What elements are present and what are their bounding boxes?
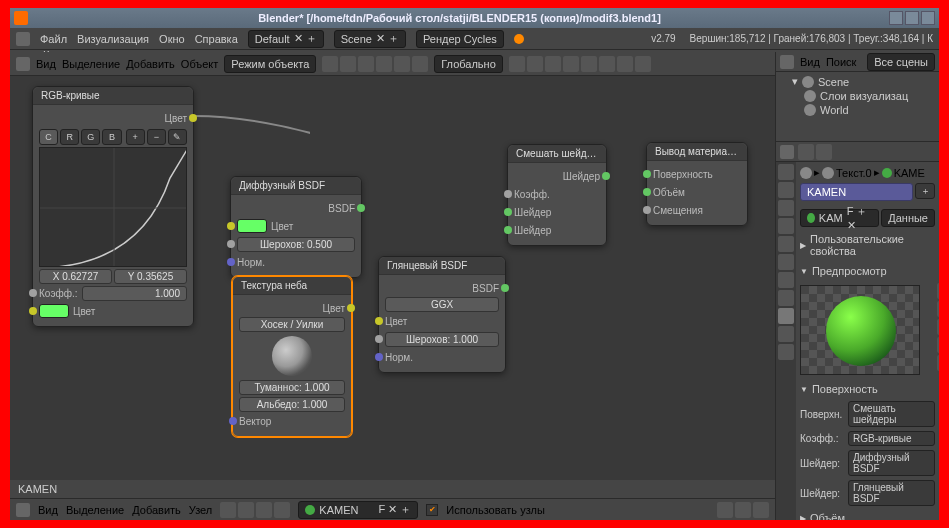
socket-out-bsdf[interactable] [501,284,509,292]
outliner-world[interactable]: World [780,103,935,117]
node-editor[interactable]: RGB-кривые Цвет C R G B + − ✎ [10,76,775,480]
panel-preview[interactable]: Предпросмотр [800,263,935,279]
menu-help[interactable]: Справка [195,33,238,45]
use-nodes-label: Использовать узлы [446,504,545,516]
node-editor-icon[interactable] [16,57,30,71]
tools-icon[interactable]: ✎ [168,129,187,145]
sky-model-select[interactable]: Хосек / Уилки [239,317,345,332]
zoom-out-icon[interactable]: − [147,129,166,145]
breadcrumb: ▸ Текст.0▸ KAME [800,166,935,179]
socket-out-color[interactable] [189,114,197,122]
material-browse[interactable]: KAMF ＋ ✕ [800,209,879,227]
version-label: v2.79 [651,33,675,44]
socket-in-color[interactable] [227,222,235,230]
panel-custom-props[interactable]: Пользовательские свойства [800,231,935,259]
maximize-button[interactable] [905,11,919,25]
socket-in-fac[interactable] [29,289,37,297]
shader2-select[interactable]: Глянцевый BSDF [848,480,935,506]
color-swatch[interactable] [39,304,69,318]
socket-in-rough[interactable] [375,335,383,343]
node-title: RGB-кривые [33,87,193,105]
panel-volume[interactable]: Объём [800,510,935,520]
sun-direction-widget[interactable] [272,336,312,376]
properties-icon[interactable] [780,145,794,159]
scene-select[interactable]: Scene✕ ＋ [334,30,406,48]
minimize-button[interactable] [889,11,903,25]
engine-select[interactable]: Рендер Cycles [416,30,504,48]
curve-widget[interactable] [39,147,187,267]
bb-view[interactable]: Вид [38,504,58,516]
preview-type-buttons[interactable] [937,283,939,371]
socket-in-color[interactable] [29,307,37,315]
bb-node[interactable]: Узел [189,504,212,516]
bb-add[interactable]: Добавить [132,504,181,516]
outliner-view[interactable]: Вид [800,56,820,68]
header-view[interactable]: Вид [36,58,56,70]
socket-in-shader2[interactable] [504,226,512,234]
socket-in-vector[interactable] [229,417,237,425]
layout-select[interactable]: Default✕ ＋ [248,30,324,48]
close-button[interactable] [921,11,935,25]
socket-in-color[interactable] [375,317,383,325]
header-select[interactable]: Выделение [62,58,120,70]
outliner-mode[interactable]: Все сцены [867,53,935,71]
material-data-link[interactable]: Данные [881,209,935,227]
fac-input[interactable]: RGB-кривые [848,431,935,446]
material-slot[interactable]: KAMEN [800,183,913,201]
socket-in-normal[interactable] [227,258,235,266]
socket-in-rough[interactable] [227,240,235,248]
properties-tabs[interactable] [776,162,796,520]
curve-x[interactable]: X 0.62727 [39,269,112,284]
socket-in-fac[interactable] [504,190,512,198]
outliner-renderlayers[interactable]: Слои визуализац [780,89,935,103]
editor-type-icon[interactable] [16,503,30,517]
socket-in-disp[interactable] [643,206,651,214]
close-icon[interactable] [14,11,28,25]
panel-surface[interactable]: Поверхность [800,381,935,397]
socket-out-shader[interactable] [602,172,610,180]
use-nodes-checkbox[interactable]: ✔ [426,504,438,516]
props-header-icons[interactable] [798,144,832,160]
layer-buttons[interactable] [509,56,651,72]
curve-tab-r[interactable]: R [60,129,79,145]
material-tab-icon [778,308,794,324]
editor-type-icon[interactable] [16,32,30,46]
surface-shader-select[interactable]: Смешать шейдеры [848,401,935,427]
node-glossy-bsdf[interactable]: Глянцевый BSDF BSDF GGX Цвет Шерохов: 1.… [378,256,506,373]
curve-tab-c[interactable]: C [39,129,58,145]
outliner-search[interactable]: Поиск [826,56,856,68]
orientation-select[interactable]: Глобально [434,55,503,73]
curve-tab-b[interactable]: B [102,129,121,145]
material-select[interactable]: KAMENF ✕ ＋ [298,501,418,519]
header-object[interactable]: Объект [181,58,218,70]
outliner-scene[interactable]: ▾Scene [780,74,935,89]
menu-file[interactable]: Файл [40,33,67,45]
socket-out-bsdf[interactable] [357,204,365,212]
menu-render[interactable]: Визуализация [77,33,149,45]
shader-type-icons[interactable] [220,502,290,518]
outliner-icon[interactable] [780,55,794,69]
socket-out-color[interactable] [347,304,355,312]
curve-tab-g[interactable]: G [81,129,100,145]
menu-window[interactable]: Окно [159,33,185,45]
zoom-in-icon[interactable]: + [126,129,145,145]
distribution-select[interactable]: GGX [385,297,499,312]
bb-select[interactable]: Выделение [66,504,124,516]
socket-in-normal[interactable] [375,353,383,361]
mode-select[interactable]: Режим объекта [224,55,316,73]
header-add[interactable]: Добавить [126,58,175,70]
shader1-select[interactable]: Диффузный BSDF [848,450,935,476]
color-swatch[interactable] [237,219,267,233]
node-mix-shader[interactable]: Смешать шейд… Шейдер Коэфф. Шейдер Шейде… [507,144,607,246]
curve-y[interactable]: Y 0.35625 [114,269,187,284]
node-rgb-curves[interactable]: RGB-кривые Цвет C R G B + − ✎ [32,86,194,327]
add-slot-button[interactable]: ＋ [915,183,935,199]
node-material-output[interactable]: Вывод материа… Поверхность Объём Смещени… [646,142,748,226]
socket-in-volume[interactable] [643,188,651,196]
node-diffuse-bsdf[interactable]: Диффузный BSDF BSDF Цвет Шерохов: 0.500 … [230,176,362,278]
viewport-icons[interactable] [322,56,428,72]
socket-in-surface[interactable] [643,170,651,178]
node-sky-texture[interactable]: Текстура неба Цвет Хосек / Уилки Туманно… [232,276,352,437]
bb-right-icons[interactable] [717,502,769,518]
socket-in-shader1[interactable] [504,208,512,216]
